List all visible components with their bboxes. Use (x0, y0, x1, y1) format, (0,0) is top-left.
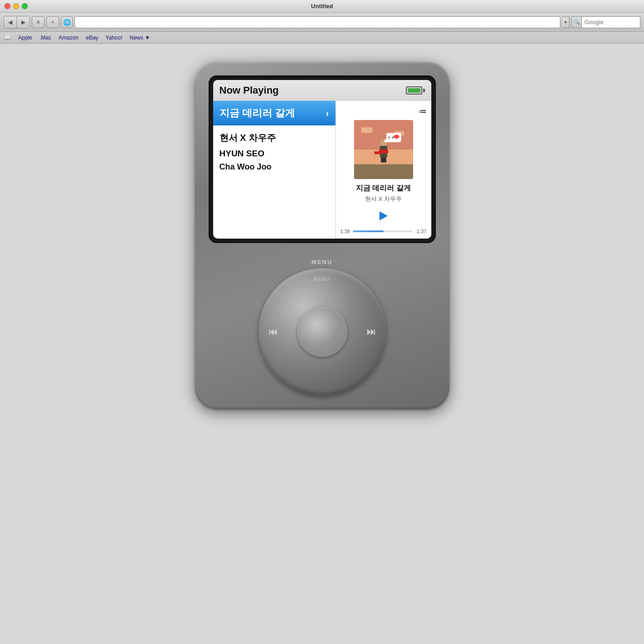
browser-window: Untitled ◀ ▶ ✕ + 🌐 ▼ 🔍 📖 Apple .Mac Amaz… (0, 0, 644, 644)
track-artist2: Cha Woo Joo (220, 162, 329, 172)
stop-button[interactable]: ✕ (32, 16, 45, 28)
bookmark-news[interactable]: News ▼ (130, 35, 150, 41)
progress-fill (353, 230, 384, 232)
previous-button[interactable]: ⏮ (269, 327, 278, 337)
svg-rect-3 (361, 127, 372, 133)
ipod-device: Now Playing 지금 데리러 갈 (195, 62, 449, 409)
search-icon: 🔍 (571, 16, 581, 28)
svg-rect-18 (380, 157, 383, 162)
track-info-section: 현서 X 차우주 HYUN SEO Cha Woo Joo (213, 125, 335, 178)
address-input[interactable] (75, 16, 560, 28)
minimize-button[interactable] (13, 3, 19, 9)
play-icon (379, 211, 388, 220)
svg-rect-16 (394, 136, 399, 138)
track-artist-group: 현서 X 차우주 (220, 132, 329, 144)
selected-track-title: 지금 데리러 갈게 (220, 106, 295, 120)
song-title: 지금 데리러 갈게 (356, 184, 411, 193)
track-list-panel: 지금 데리러 갈게 › 현서 X 차우주 HYUN SEO Cha Woo Jo… (213, 101, 336, 239)
bookmark-mac[interactable]: .Mac (40, 35, 51, 41)
svg-rect-19 (384, 157, 386, 162)
battery-fill (408, 88, 420, 93)
song-artist: 현서 X 차우주 (365, 195, 402, 203)
svg-rect-17 (394, 138, 398, 139)
svg-rect-12 (392, 137, 394, 139)
track-artist1: HYUN SEO (220, 149, 329, 159)
center-button[interactable] (297, 307, 347, 357)
next-button[interactable]: ⏭ (367, 327, 376, 337)
selected-track-item[interactable]: 지금 데리러 갈게 › (213, 101, 335, 125)
page-content: Now Playing 지금 데리러 갈 (0, 44, 644, 644)
screen-title: Now Playing (220, 85, 279, 96)
time-remaining: -1:37 (415, 229, 426, 234)
title-bar: Untitled (0, 0, 644, 13)
svg-rect-10 (384, 140, 388, 142)
click-wheel[interactable]: MENU ⏮ ⏭ (259, 268, 386, 395)
search-container: 🔍 (571, 16, 640, 28)
bookmarks-icon: 📖 (4, 34, 11, 41)
svg-rect-2 (354, 165, 413, 180)
album-art (354, 120, 413, 179)
svg-rect-8 (374, 151, 381, 154)
ipod-screen: Now Playing 지금 데리러 갈 (213, 80, 431, 239)
toolbar: ◀ ▶ ✕ + 🌐 ▼ 🔍 (0, 13, 644, 32)
address-icon: 🌐 (61, 16, 73, 28)
maximize-button[interactable] (22, 3, 28, 9)
progress-bar-container: 1:38 -1:37 (340, 229, 427, 234)
bookmark-apple[interactable]: Apple (18, 35, 32, 41)
now-playing-panel: ≔ (336, 101, 431, 239)
bookmark-yahoo[interactable]: Yahoo! (105, 35, 122, 41)
window-controls (5, 3, 28, 9)
click-wheel-area: MENU MENU ⏮ ⏭ (209, 254, 436, 409)
refresh-button[interactable]: + (46, 16, 59, 28)
chevron-right-icon: › (326, 108, 329, 119)
time-elapsed: 1:38 (340, 229, 350, 234)
battery-icon (406, 86, 425, 95)
screen-header: Now Playing (213, 80, 431, 101)
address-dropdown[interactable]: ▼ (562, 16, 569, 28)
bookmarks-bar: 📖 Apple .Mac Amazon eBay Yahoo! News ▼ (0, 32, 644, 44)
menu-button[interactable]: MENU (314, 276, 330, 282)
progress-track[interactable] (353, 230, 413, 232)
address-bar-container: 🌐 ▼ (61, 16, 569, 28)
play-button[interactable] (376, 209, 391, 223)
list-view-icon[interactable]: ≔ (419, 106, 427, 116)
search-input[interactable] (581, 16, 640, 28)
close-button[interactable] (5, 3, 10, 9)
forward-button[interactable]: ▶ (17, 16, 30, 28)
window-title: Untitled (311, 3, 333, 10)
battery-tip (423, 89, 425, 92)
ipod-screen-container: Now Playing 지금 데리러 갈 (209, 75, 436, 243)
battery-body (406, 86, 422, 95)
svg-rect-11 (388, 137, 390, 139)
bookmark-ebay[interactable]: eBay (86, 35, 98, 41)
menu-label[interactable]: MENU (311, 259, 332, 265)
nav-buttons: ◀ ▶ (4, 16, 30, 29)
back-button[interactable]: ◀ (4, 16, 17, 28)
bookmark-amazon[interactable]: Amazon (59, 35, 79, 41)
screen-body: 지금 데리러 갈게 › 현서 X 차우주 HYUN SEO Cha Woo Jo… (213, 101, 431, 239)
